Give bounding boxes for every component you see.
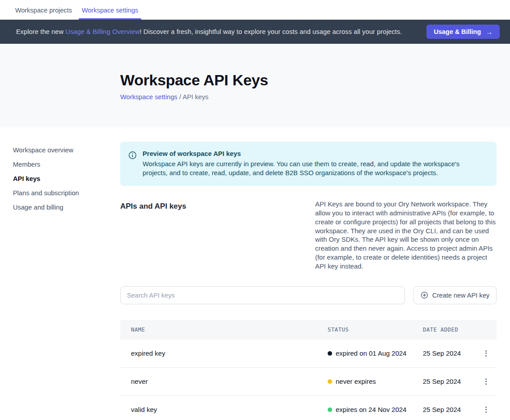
info-circle-icon [128, 151, 137, 160]
banner-text-before: Explore the new [16, 28, 65, 35]
table-row: valid keyexpires on 24 Nov 202425 Sep 20… [120, 396, 497, 420]
breadcrumb-workspace-settings-link[interactable]: Workspace settings [120, 93, 177, 101]
table-row: expired keyexpired on 01 Aug 202425 Sep … [120, 340, 497, 368]
sidebar-item-members[interactable]: Members [13, 157, 120, 172]
status-text: never expires [336, 378, 376, 385]
page-header: Workspace API Keys Workspace settings / … [0, 44, 510, 127]
sidebar-item-api-keys[interactable]: API keys [13, 172, 120, 186]
sidebar-item-plans-subscription[interactable]: Plans and subscription [13, 186, 120, 200]
table-header-row: NAME STATUS DATE ADDED [120, 320, 497, 340]
status-text: expires on 24 Nov 2024 [336, 406, 406, 413]
top-navigation: Workspace projects Workspace settings [0, 0, 510, 20]
breadcrumb: Workspace settings / API keys [120, 93, 510, 101]
banner-text-after: ! Discover a fresh, insightful way to ex… [140, 28, 402, 35]
status-dot-icon [328, 407, 332, 412]
create-api-key-label: Create new API key [432, 292, 489, 299]
preview-info-body: Workspace API keys are currently in prev… [143, 160, 486, 177]
sidebar-item-usage-billing[interactable]: Usage and billing [13, 200, 120, 214]
api-key-name: never [120, 378, 328, 385]
create-api-key-button[interactable]: Create new API key [413, 286, 497, 304]
date-added: 25 Sep 2024 [423, 406, 475, 413]
api-keys-toolbar: Create new API key [120, 286, 497, 304]
status-badge: expired on 01 Aug 2024 [328, 349, 423, 357]
plus-circle-icon [421, 291, 428, 299]
kebab-menu-icon[interactable] [480, 376, 491, 387]
status-dot-icon [328, 351, 332, 356]
table-body: expired keyexpired on 01 Aug 202425 Sep … [120, 340, 497, 420]
search-input[interactable] [120, 286, 405, 304]
kebab-menu-icon[interactable] [480, 404, 491, 415]
settings-sidebar: Workspace overview Members API keys Plan… [0, 127, 120, 420]
api-keys-table: NAME STATUS DATE ADDED expired keyexpire… [120, 320, 497, 420]
breadcrumb-separator: / [179, 93, 181, 101]
kebab-menu-icon[interactable] [480, 348, 491, 359]
date-added: 25 Sep 2024 [423, 378, 475, 385]
usage-billing-banner: Explore the new Usage & Billing Overview… [0, 20, 510, 44]
sidebar-item-workspace-overview[interactable]: Workspace overview [13, 143, 120, 157]
main-area: Workspace overview Members API keys Plan… [0, 127, 510, 420]
usage-billing-button-label: Usage & Billing [434, 28, 481, 35]
content-area: Preview of workspace API keys Workspace … [120, 127, 497, 420]
status-badge: expires on 24 Nov 2024 [328, 406, 423, 413]
tab-workspace-projects[interactable]: Workspace projects [15, 7, 72, 20]
api-key-name: valid key [120, 406, 328, 413]
status-text: expired on 01 Aug 2024 [336, 349, 406, 357]
section-description: API Keys are bound to your Ory Network w… [315, 200, 497, 271]
tab-workspace-settings[interactable]: Workspace settings [82, 7, 138, 20]
arrow-right-icon: → [486, 28, 493, 36]
page-title: Workspace API Keys [120, 71, 510, 89]
banner-text: Explore the new Usage & Billing Overview… [16, 28, 402, 35]
usage-billing-button[interactable]: Usage & Billing → [426, 25, 500, 39]
status-badge: never expires [328, 378, 423, 385]
table-row: nevernever expires25 Sep 2024 [120, 368, 497, 396]
preview-info-title: Preview of workspace API keys [143, 150, 486, 157]
column-header-status: STATUS [328, 327, 423, 333]
apis-section: APIs and API keys API Keys are bound to … [120, 200, 497, 271]
status-dot-icon [328, 379, 332, 384]
breadcrumb-current: API keys [182, 93, 208, 101]
preview-info-content: Preview of workspace API keys Workspace … [143, 150, 486, 177]
column-header-name: NAME [120, 327, 328, 333]
date-added: 25 Sep 2024 [423, 349, 475, 357]
section-heading: APIs and API keys [120, 200, 315, 271]
preview-info-box: Preview of workspace API keys Workspace … [120, 142, 497, 186]
api-key-name: expired key [120, 349, 328, 357]
usage-billing-overview-link[interactable]: Usage & Billing Overview [65, 28, 139, 35]
column-header-date-added: DATE ADDED [423, 327, 475, 333]
